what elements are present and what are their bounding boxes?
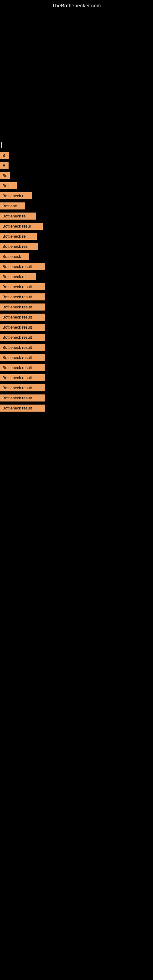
result-item: Bottleneck result [0, 293, 153, 301]
bottleneck-result-label[interactable]: Bottlene [0, 202, 25, 210]
result-item: Bottleneck re [0, 232, 153, 240]
result-item: Bottleneck result [0, 353, 153, 362]
result-item: B [0, 151, 153, 159]
result-list: BEBoBottlBottleneck rBottleneBottleneck … [0, 151, 153, 412]
bottleneck-result-label[interactable]: Bottleneck re [0, 213, 36, 220]
bottleneck-result-label[interactable]: Bottleneck [0, 253, 29, 260]
bottleneck-result-label[interactable]: Bottleneck result [0, 384, 45, 391]
bottleneck-result-label[interactable]: Bottleneck r [0, 192, 32, 199]
result-item: Bottleneck result [0, 394, 153, 402]
result-item: Bottlene [0, 202, 153, 210]
result-item: Bottleneck re [0, 272, 153, 281]
bottleneck-result-label[interactable]: Bottleneck result [0, 263, 45, 270]
result-item: Bottleneck res [0, 242, 153, 250]
main-container: TheBottlenecker.com | BEBoBottlBottlenec… [0, 0, 153, 420]
bottleneck-result-label[interactable]: E [0, 162, 9, 169]
result-item: Bottleneck result [0, 313, 153, 321]
result-item: Bottleneck re [0, 212, 153, 220]
site-title: TheBottlenecker.com [0, 0, 153, 10]
bottleneck-result-label[interactable]: Bottleneck result [0, 324, 45, 331]
result-item: Bottleneck result [0, 384, 153, 392]
bottleneck-result-label[interactable]: Bottleneck re [0, 273, 36, 280]
bottleneck-result-label[interactable]: Bottleneck result [0, 313, 45, 321]
result-item: E [0, 161, 153, 170]
result-item: Bottleneck r [0, 192, 153, 200]
cursor-indicator: | [1, 141, 153, 148]
bottleneck-result-label[interactable]: Bottleneck result [0, 364, 45, 371]
bottleneck-result-label[interactable]: Bottleneck result [0, 395, 45, 401]
bottleneck-result-label[interactable]: Bottleneck resul [0, 223, 43, 230]
result-item: Bottleneck resul [0, 222, 153, 230]
result-item: Bo [0, 172, 153, 180]
result-item: Bottleneck result [0, 323, 153, 331]
bottleneck-result-label[interactable]: Bottleneck res [0, 243, 38, 250]
result-item: Bottleneck result [0, 283, 153, 291]
bottleneck-result-label[interactable]: Bottleneck result [0, 374, 45, 381]
result-item: Bottleneck result [0, 343, 153, 352]
result-item: Bottleneck result [0, 262, 153, 271]
dark-section [0, 10, 153, 139]
bottleneck-result-label[interactable]: Bottleneck result [0, 283, 45, 290]
result-item: Bottleneck result [0, 404, 153, 412]
bottleneck-result-label[interactable]: Bottleneck result [0, 404, 45, 412]
bottleneck-result-label[interactable]: Bo [0, 172, 10, 179]
result-item: Bottleneck result [0, 333, 153, 342]
bottleneck-result-label[interactable]: Bottleneck result [0, 354, 45, 361]
bottleneck-result-label[interactable]: Bottleneck result [0, 304, 45, 310]
result-item: Bottl [0, 181, 153, 190]
bottleneck-result-label[interactable]: Bottleneck result [0, 293, 45, 301]
result-item: Bottleneck result [0, 364, 153, 372]
bottleneck-result-label[interactable]: Bottleneck result [0, 334, 45, 341]
bottleneck-result-label[interactable]: Bottl [0, 182, 17, 189]
bottleneck-result-label[interactable]: Bottleneck result [0, 344, 45, 351]
bottleneck-result-label[interactable]: Bottleneck re [0, 233, 37, 240]
result-item: Bottleneck [0, 252, 153, 261]
bottleneck-result-label[interactable]: B [0, 152, 9, 159]
result-item: Bottleneck result [0, 374, 153, 382]
result-item: Bottleneck result [0, 303, 153, 311]
